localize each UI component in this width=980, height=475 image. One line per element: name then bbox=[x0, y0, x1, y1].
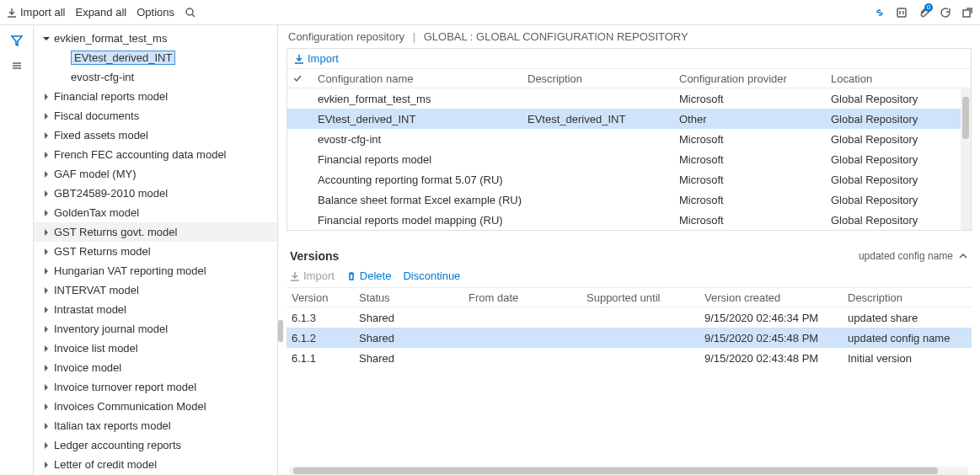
tree-item[interactable]: Ledger accounting reports bbox=[34, 435, 277, 455]
col-version[interactable]: Version bbox=[292, 291, 359, 304]
splitter-handle[interactable] bbox=[278, 320, 283, 342]
config-row[interactable]: evkien_format_test_msMicrosoftGlobal Rep… bbox=[287, 88, 971, 109]
config-tree[interactable]: evkien_format_test_msEVtest_derived_INTe… bbox=[34, 25, 278, 475]
tree-caret[interactable] bbox=[42, 229, 51, 236]
tree-caret[interactable] bbox=[42, 132, 51, 139]
col-version-created[interactable]: Version created bbox=[704, 291, 848, 304]
config-scrollbar[interactable] bbox=[961, 88, 971, 230]
tree-item[interactable]: Invoice model bbox=[34, 358, 277, 377]
tree-caret[interactable] bbox=[42, 210, 51, 216]
tree-item[interactable]: Fiscal documents bbox=[34, 106, 277, 125]
breadcrumb: Configuration repository | GLOBAL : GLOB… bbox=[278, 25, 980, 48]
tree-label: Fiscal documents bbox=[54, 109, 139, 122]
tree-item[interactable]: Italian tax reports model bbox=[34, 416, 277, 435]
tree-item[interactable]: Invoices Communication Model bbox=[34, 397, 277, 416]
tree-item[interactable]: Letter of credit model bbox=[34, 455, 277, 474]
config-row[interactable]: Balance sheet format Excel example (RU)M… bbox=[287, 189, 971, 210]
tree-caret[interactable] bbox=[42, 190, 51, 197]
cell-location: Global Repository bbox=[831, 133, 966, 146]
tree-item[interactable]: Inventory journal model bbox=[34, 319, 277, 339]
tree-item[interactable]: Fixed assets model bbox=[34, 125, 277, 145]
office-icon-button[interactable] bbox=[896, 7, 908, 19]
version-row[interactable]: 6.1.3Shared9/15/2020 02:46:34 PMupdated … bbox=[287, 307, 972, 328]
tree-caret[interactable] bbox=[42, 171, 51, 178]
config-toolbar: Import bbox=[287, 49, 971, 68]
config-row[interactable]: Financial reports modelMicrosoftGlobal R… bbox=[287, 149, 971, 169]
tree-item[interactable]: GST Returns model bbox=[34, 242, 277, 261]
tree-caret[interactable] bbox=[42, 248, 51, 255]
tree-caret[interactable] bbox=[42, 326, 51, 333]
col-config-name[interactable]: Configuration name bbox=[318, 72, 527, 85]
tree-label: evostr-cfg-int bbox=[71, 71, 134, 83]
tree-caret[interactable] bbox=[42, 113, 51, 120]
tree-item[interactable]: EVtest_derived_INT bbox=[34, 48, 277, 67]
tree-caret[interactable] bbox=[42, 365, 51, 371]
col-provider[interactable]: Configuration provider bbox=[679, 72, 831, 85]
tree-item[interactable]: GST Returns govt. model bbox=[34, 222, 277, 242]
config-row[interactable]: evostr-cfg-intMicrosoftGlobal Repository bbox=[287, 129, 971, 149]
filter-button[interactable] bbox=[10, 34, 24, 47]
ver-discontinue-button[interactable]: Discontinue bbox=[403, 270, 460, 282]
tree-item[interactable]: Intrastat model bbox=[34, 300, 277, 319]
tree-item[interactable]: GAF model (MY) bbox=[34, 164, 277, 184]
tree-item[interactable]: French FEC accounting data model bbox=[34, 145, 277, 164]
attachments-button[interactable]: 0 bbox=[918, 7, 929, 19]
col-from-date[interactable]: From date bbox=[469, 291, 586, 304]
versions-toolbar: Import Delete Discontinue bbox=[287, 264, 972, 287]
tree-item[interactable]: Invoice list model bbox=[34, 339, 277, 358]
tree-caret[interactable] bbox=[42, 35, 51, 42]
tree-caret[interactable] bbox=[42, 403, 51, 410]
col-description[interactable]: Description bbox=[848, 291, 980, 304]
tree-caret[interactable] bbox=[42, 462, 51, 468]
config-row[interactable]: EVtest_derived_INTEVtest_derived_INTOthe… bbox=[287, 109, 971, 129]
cell-name: evkien_format_test_ms bbox=[318, 93, 527, 105]
search-button[interactable] bbox=[185, 7, 196, 19]
chevron-up-icon[interactable] bbox=[958, 251, 968, 261]
import-all-button[interactable]: Import all bbox=[7, 6, 65, 19]
version-row[interactable]: 6.1.1Shared9/15/2020 02:43:48 PMInitial … bbox=[287, 348, 972, 368]
col-location[interactable]: Location bbox=[831, 72, 966, 85]
popout-button[interactable] bbox=[961, 7, 973, 19]
tree-caret[interactable] bbox=[42, 93, 51, 100]
expand-all-button[interactable]: Expand all bbox=[75, 6, 126, 19]
cell-provider: Microsoft bbox=[679, 133, 831, 146]
tree-caret[interactable] bbox=[42, 268, 51, 275]
tree-label: Invoice list model bbox=[54, 342, 138, 355]
tree-caret[interactable] bbox=[42, 384, 51, 391]
versions-hscroll[interactable] bbox=[290, 467, 968, 475]
options-button[interactable]: Options bbox=[137, 6, 174, 19]
col-supported-until[interactable]: Supported until bbox=[586, 291, 704, 304]
tree-caret[interactable] bbox=[42, 152, 51, 158]
link-icon-button[interactable] bbox=[874, 7, 886, 19]
col-description[interactable]: Description bbox=[527, 72, 679, 85]
tree-item[interactable]: Hungarian VAT reporting model bbox=[34, 261, 277, 280]
cell-version: 6.1.2 bbox=[292, 332, 359, 344]
check-col[interactable] bbox=[292, 73, 318, 83]
tree-caret[interactable] bbox=[42, 345, 51, 352]
menu-button[interactable] bbox=[10, 59, 24, 72]
refresh-button[interactable] bbox=[940, 7, 951, 19]
tree-caret[interactable] bbox=[42, 423, 51, 430]
tree-item[interactable]: evostr-cfg-int bbox=[34, 67, 277, 87]
tree-item[interactable]: Financial reports model bbox=[34, 87, 277, 106]
col-status[interactable]: Status bbox=[359, 291, 469, 304]
tree-item[interactable]: evkien_format_test_ms bbox=[34, 29, 277, 48]
tree-item[interactable]: Invoice turnover report model bbox=[34, 377, 277, 397]
tree-caret[interactable] bbox=[42, 442, 51, 449]
tree-caret[interactable] bbox=[42, 307, 51, 313]
tree-item[interactable]: INTERVAT model bbox=[34, 280, 277, 300]
tree-caret[interactable] bbox=[42, 287, 51, 294]
top-toolbar: Import all Expand all Options 0 bbox=[0, 0, 980, 25]
tree-label: Financial reports model bbox=[54, 90, 168, 103]
tree-item[interactable]: GoldenTax model bbox=[34, 203, 277, 222]
config-row[interactable]: Accounting reporting format 5.07 (RU)Mic… bbox=[287, 169, 971, 189]
attachments-badge: 0 bbox=[924, 3, 933, 12]
download-icon bbox=[294, 54, 304, 64]
trash-icon bbox=[346, 271, 356, 281]
config-row[interactable]: Financial reports model mapping (RU)Micr… bbox=[287, 210, 971, 230]
version-row[interactable]: 6.1.2Shared9/15/2020 02:45:48 PMupdated … bbox=[287, 328, 972, 348]
config-import-button[interactable]: Import bbox=[294, 52, 339, 65]
ver-delete-button[interactable]: Delete bbox=[346, 270, 392, 282]
tree-item[interactable]: GBT24589-2010 model bbox=[34, 184, 277, 203]
ver-import-button[interactable]: Import bbox=[290, 270, 335, 282]
